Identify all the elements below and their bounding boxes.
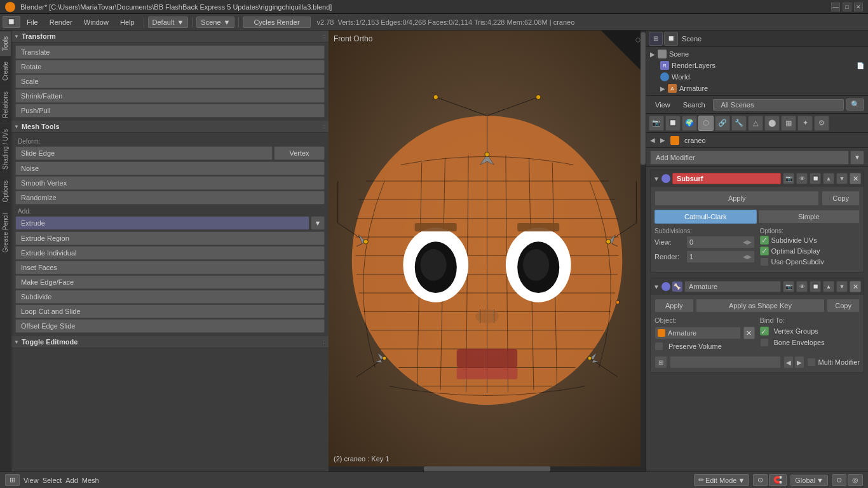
menu-file[interactable]: File	[22, 17, 43, 27]
maximize-button[interactable]: □	[843, 3, 851, 11]
viewport-3d[interactable]: ⬡	[329, 30, 646, 471]
physics-icon[interactable]: ⚙	[814, 116, 829, 131]
extrude-individual-button[interactable]: Extrude Individual	[15, 246, 325, 260]
subsurf-camera-icon[interactable]: 📷	[783, 173, 794, 184]
use-opensubdiv-checkbox[interactable]	[760, 257, 769, 266]
pivot-button[interactable]: ⊙	[753, 474, 768, 486]
rotate-button[interactable]: Rotate	[15, 60, 325, 74]
snap-button[interactable]: 🧲	[769, 474, 787, 486]
bottom-select-label[interactable]: Select	[43, 477, 62, 484]
catmull-clark-tab[interactable]: Catmull-Clark	[654, 210, 757, 224]
tab-tools[interactable]: Tools	[0, 30, 11, 56]
translate-button[interactable]: Translate	[15, 45, 325, 59]
armature-eye-icon[interactable]: 👁	[796, 281, 808, 292]
extrude-dropdown[interactable]: ▼	[311, 216, 325, 230]
minimize-button[interactable]: —	[831, 3, 840, 11]
subsurf-render-icon[interactable]: 🔲	[810, 173, 821, 184]
subsurf-edit-icon[interactable]: ▲	[823, 173, 834, 184]
data-icon[interactable]: △	[748, 116, 763, 131]
menu-window[interactable]: Window	[79, 17, 114, 27]
scene-selector[interactable]: Scene ▼	[196, 17, 234, 28]
shrink-fatten-button[interactable]: Shrink/Fatten	[15, 89, 325, 103]
mode-selector[interactable]: ✏ Edit Mode ▼	[694, 474, 749, 486]
scroll-x[interactable]	[329, 466, 646, 471]
world-props-icon[interactable]: 🌍	[682, 116, 697, 131]
tab-shading-uvs[interactable]: Shading / UVs	[0, 123, 11, 175]
simple-tab[interactable]: Simple	[758, 210, 860, 224]
tab-options[interactable]: Options	[0, 175, 11, 207]
make-edge-face-button[interactable]: Make Edge/Face	[15, 275, 325, 289]
scene-props-icon[interactable]: 🔲	[665, 116, 681, 131]
tree-item-armature[interactable]: ▶ A Armature	[646, 83, 868, 94]
noise-button[interactable]: Noise	[15, 161, 325, 175]
tab-create[interactable]: Create	[0, 56, 11, 86]
armature-apply-shape-button[interactable]: Apply as Shape Key	[696, 299, 825, 313]
randomize-button[interactable]: Randomize	[15, 191, 325, 205]
add-modifier-button[interactable]: Add Modifier	[650, 151, 849, 165]
scale-button[interactable]: Scale	[15, 74, 325, 88]
object-props-icon[interactable]: ⬡	[698, 116, 714, 131]
bottom-add-label[interactable]: Add	[65, 477, 78, 484]
global-selector[interactable]: Global ▼	[790, 475, 828, 486]
view-value[interactable]: 0 ◀▶	[686, 236, 755, 248]
slide-edge-button[interactable]: Slide Edge	[15, 146, 273, 160]
menu-help[interactable]: Help	[115, 17, 140, 27]
smooth-vertex-button[interactable]: Smooth Vertex	[15, 176, 325, 190]
armature-render-icon[interactable]: 🔲	[810, 281, 821, 292]
subsurf-down-icon[interactable]: ▼	[836, 173, 848, 184]
tree-item-world[interactable]: World	[646, 71, 868, 83]
armature-copy-button[interactable]: Copy	[827, 299, 860, 313]
bottom-mesh-label[interactable]: Mesh	[82, 477, 99, 484]
add-modifier-dropdown[interactable]: ▼	[850, 151, 864, 165]
armature-obj-clear[interactable]: ✕	[743, 327, 755, 339]
preserve-volume-checkbox[interactable]	[654, 342, 663, 351]
multi-modifier-checkbox[interactable]	[807, 358, 816, 367]
subsurf-copy-button[interactable]: Copy	[822, 191, 860, 206]
subsurf-eye-icon[interactable]: 👁	[796, 173, 808, 184]
armature-right-arrow[interactable]: ▶	[794, 356, 804, 369]
view-menu-button[interactable]: ⊞	[5, 474, 20, 486]
armature-left-arrow[interactable]: ◀	[783, 356, 794, 369]
armature-visibility[interactable]	[661, 282, 670, 291]
subdivide-uvs-checkbox[interactable]: ✓	[760, 236, 769, 245]
screen-layout-selector[interactable]: Default ▼	[148, 17, 189, 28]
bottom-view-label[interactable]: View	[24, 477, 39, 484]
onion-btn[interactable]: ◎	[848, 474, 863, 486]
scene-icon-btn[interactable]: 🔲	[664, 32, 678, 46]
vertex-button[interactable]: Vertex	[274, 146, 325, 160]
transform-section-header[interactable]: ▼ Transform ::	[11, 30, 329, 43]
scroll-thumb-y[interactable]	[641, 32, 646, 165]
material-icon[interactable]: ⬤	[764, 116, 780, 131]
subsurf-collapse[interactable]: ▼	[653, 175, 660, 182]
texture-icon[interactable]: ▦	[781, 116, 796, 131]
tab-relations[interactable]: Relations	[0, 86, 11, 123]
optimal-display-checkbox[interactable]: ✓	[760, 247, 769, 255]
constraints-icon[interactable]: 🔗	[715, 116, 730, 131]
all-scenes-selector[interactable]: All Scenes	[713, 99, 844, 111]
armature-up-icon[interactable]: ▲	[823, 281, 834, 292]
armature-camera-icon[interactable]: 📷	[783, 281, 794, 292]
tree-item-scene[interactable]: ▶ Scene	[646, 48, 868, 60]
subsurf-visibility[interactable]	[661, 174, 670, 183]
armature-apply-button[interactable]: Apply	[654, 299, 694, 313]
object-name[interactable]: craneo	[684, 137, 706, 144]
extrude-region-button[interactable]: Extrude Region	[15, 231, 325, 245]
render-value[interactable]: 1 ◀▶	[686, 250, 755, 263]
extrude-button[interactable]: Extrude	[15, 216, 309, 230]
toggle-editmode-header[interactable]: ▼ Toggle Editmode ::	[11, 336, 329, 348]
scroll-y[interactable]	[641, 30, 646, 471]
subsurf-apply-button[interactable]: Apply	[654, 191, 819, 206]
subdivide-button[interactable]: Subdivide	[15, 290, 325, 304]
armature-down-icon[interactable]: ▼	[836, 281, 848, 292]
armature-name-field[interactable]: Armature	[684, 281, 781, 292]
render-engine-selector[interactable]: Cycles Render	[243, 17, 310, 28]
subsurf-close-button[interactable]: ✕	[850, 173, 861, 184]
tree-item-renderlayers[interactable]: R RenderLayers 📄	[646, 60, 868, 71]
offset-edge-button[interactable]: Offset Edge Slide	[15, 319, 325, 333]
proportional-btn[interactable]: ⊙	[832, 474, 846, 486]
menu-render[interactable]: Render	[44, 17, 78, 27]
mesh-tools-section-header[interactable]: ▼ Mesh Tools ::	[11, 121, 329, 133]
render-props-icon[interactable]: 📷	[649, 116, 664, 131]
modifier-icon[interactable]: 🔧	[731, 116, 747, 131]
vertex-groups-checkbox[interactable]: ✓	[760, 327, 769, 336]
